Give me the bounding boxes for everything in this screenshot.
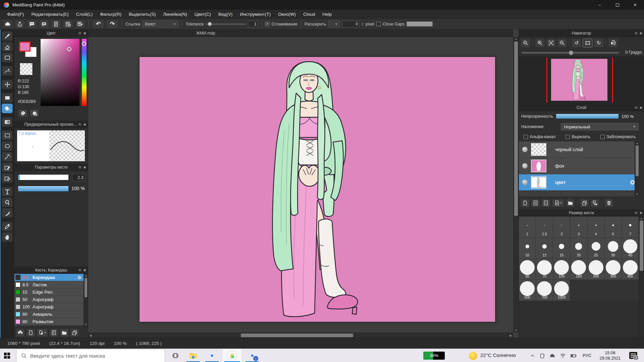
chat-button[interactable]	[39, 20, 49, 28]
magic-wand-tool[interactable]	[2, 152, 13, 162]
layer-list-scrollbar[interactable]: ▲ ▼	[635, 141, 639, 196]
transparent-color-swatch[interactable]	[20, 63, 33, 75]
menu-item[interactable]: Линейка(N)	[159, 10, 191, 18]
add-8bit-layer-button[interactable]: 8	[531, 199, 540, 207]
brush-size-cell[interactable]: 4	[588, 217, 604, 237]
close-gaps-slider[interactable]	[407, 21, 433, 26]
rotation-slider[interactable]	[522, 52, 619, 54]
task-view-button[interactable]	[172, 352, 179, 361]
color-picker-ring[interactable]	[67, 47, 71, 51]
popout-icon[interactable]: ⧉	[78, 165, 81, 169]
add-layer-button[interactable]	[521, 199, 530, 207]
brush-size-cell[interactable]: 70	[536, 259, 553, 280]
menu-item[interactable]: Слой(L)	[72, 10, 96, 18]
scroll-up-icon[interactable]: ▲	[639, 217, 644, 221]
popout-icon[interactable]: ⧉	[635, 31, 637, 35]
rotate-cw-button[interactable]: ↻	[594, 39, 604, 48]
add-folder-button[interactable]	[566, 199, 575, 207]
canvas-vscrollbar[interactable]: ▲ ▼	[513, 37, 519, 333]
popout-icon[interactable]: ⧉	[78, 31, 81, 35]
layer-visibility-icon[interactable]	[522, 163, 528, 169]
brush-folder-button[interactable]	[60, 328, 69, 337]
fit-screen-button[interactable]	[546, 39, 556, 48]
menu-item[interactable]: Окно(W)	[274, 10, 300, 18]
weather-text[interactable]: 22°C Солнечно	[480, 352, 516, 358]
brush-row[interactable]: 100 Аэрограф	[14, 303, 84, 311]
undo-button[interactable]: ↶	[92, 20, 104, 28]
checkbox-icon[interactable]	[524, 135, 528, 139]
layer-checkbox[interactable]: Альфа-канал	[524, 134, 555, 139]
close-icon[interactable]: ✖	[84, 32, 86, 35]
delete-layer-button[interactable]	[604, 199, 613, 207]
brush-size-cell[interactable]: 20	[570, 238, 587, 258]
scrollbar-thumb[interactable]	[640, 221, 643, 271]
blend-mode-dropdown[interactable]: Нормальный▼	[561, 123, 639, 130]
close-icon[interactable]: ✖	[84, 268, 86, 272]
brush-duplicate-menu-button[interactable]: ▼	[37, 328, 48, 337]
brush-size-cell[interactable]: 200	[588, 259, 604, 280]
brush-script-button[interactable]	[49, 328, 58, 337]
checkbox-icon[interactable]	[600, 135, 605, 139]
menu-item[interactable]: Выделить(S)	[125, 10, 159, 18]
brush-row[interactable]: 80 Размытие	[14, 318, 84, 325]
dot-tool[interactable]	[2, 53, 13, 62]
operation-tool[interactable]	[2, 197, 13, 207]
brush-size-cell[interactable]: 400	[622, 259, 639, 280]
brush-row[interactable]: 50 Аэрограф	[14, 296, 84, 303]
expand-spinner[interactable]: ▲▼	[362, 22, 364, 26]
eraser-tool[interactable]	[2, 42, 13, 52]
layer-row[interactable]: фон	[519, 158, 639, 174]
menu-item[interactable]: Вид(V)	[215, 10, 236, 18]
popout-icon[interactable]: ⧉	[635, 211, 637, 215]
gradient-tool[interactable]	[2, 117, 13, 127]
comment-halftone-button[interactable]	[27, 20, 37, 28]
palette-add-button[interactable]	[30, 109, 39, 117]
wifi-icon[interactable]	[560, 353, 566, 359]
brush-size-cell[interactable]: 50	[519, 259, 536, 280]
reference-dropdown[interactable]: Холст▼	[142, 20, 178, 27]
close-button[interactable]: ×	[626, 0, 644, 10]
onedrive-cloud-icon[interactable]	[549, 353, 555, 359]
layer-checkbox[interactable]: Заблокировать	[600, 134, 636, 139]
brush-size-cell[interactable]: 15	[553, 238, 570, 258]
menu-item[interactable]: Файл(F)	[3, 10, 28, 18]
menu-item[interactable]: Фильтр(R)	[96, 10, 125, 18]
brush-row[interactable]: 15 Edge Pen	[14, 289, 84, 296]
brush-size-cell[interactable]: 30	[605, 238, 622, 258]
curve-pen-tool[interactable]	[2, 66, 13, 76]
duplicate-layer-button[interactable]	[580, 199, 589, 207]
popout-icon[interactable]: ⧉	[78, 268, 81, 272]
history-button[interactable]	[63, 20, 73, 28]
taskbar-clock[interactable]: 15:06 29.08.2021	[598, 350, 623, 361]
zoom-in-button[interactable]	[535, 39, 545, 48]
brush-size-cell[interactable]: 10	[519, 238, 536, 258]
brush-size-cell[interactable]: 100	[553, 259, 570, 280]
layer-row[interactable]: черный слой	[519, 141, 639, 158]
device-icon[interactable]	[539, 353, 545, 359]
layer-visibility-icon[interactable]	[522, 180, 528, 185]
reset-view-button[interactable]	[583, 39, 593, 48]
layer-opacity-slider[interactable]	[556, 114, 619, 119]
foreground-color-swatch[interactable]	[19, 42, 31, 52]
brush-row[interactable]: 2.3 Карандаш	[14, 274, 84, 281]
close-gaps-checkbox[interactable]	[376, 22, 381, 26]
canvas-document[interactable]	[140, 57, 495, 322]
taskbar-search[interactable]: Введите здесь текст для поиска	[16, 349, 165, 362]
scroll-right-icon[interactable]: ▶	[508, 333, 513, 338]
brush-add-button[interactable]	[26, 328, 35, 337]
close-icon[interactable]: ✖	[84, 166, 86, 169]
scrollbar-thumb[interactable]	[241, 334, 353, 337]
brush-row[interactable]: 80 Акварель	[14, 311, 84, 318]
brush-size-value[interactable]: 2.3	[72, 174, 86, 181]
brush-list-scrollbar[interactable]: ▲ ▼	[84, 274, 88, 327]
scrollbar-thumb[interactable]	[636, 145, 639, 176]
chevron-up-icon[interactable]	[530, 353, 535, 358]
brush-size-cell[interactable]: 300	[605, 259, 622, 280]
layer-row[interactable]: цвет	[519, 174, 639, 191]
antialias-checkbox[interactable]: ✕	[265, 22, 269, 26]
brush-opacity-slider[interactable]	[18, 186, 69, 192]
taskbar-chrome-2[interactable]: ➤	[244, 349, 260, 362]
battery-percent-widget[interactable]: 38%	[423, 352, 445, 360]
panel-edit-button[interactable]	[75, 20, 85, 28]
saturation-value-picker[interactable]	[41, 39, 79, 106]
